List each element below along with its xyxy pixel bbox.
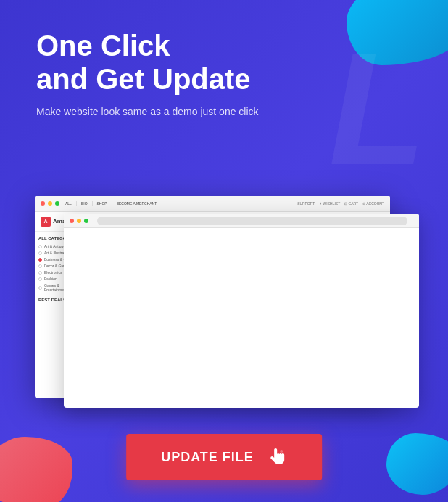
window-dot-red-main: [41, 201, 45, 206]
nav-all: ALL: [65, 201, 72, 206]
update-button-container: UPDATE FILE: [126, 434, 322, 480]
nav-bio: BIO: [81, 201, 88, 206]
header-account: ⊙ ACCOUNT: [362, 201, 384, 206]
update-file-button[interactable]: UPDATE FILE: [126, 434, 322, 480]
update-file-label: UPDATE FILE: [161, 450, 254, 465]
header-wishlist: ✦ WISHLIST: [319, 201, 340, 206]
cat-dot: [38, 286, 42, 290]
cat-name: Fashion: [44, 277, 57, 281]
cat-dot: [38, 277, 42, 281]
page-title: One Clickand Get Update: [36, 29, 259, 96]
cat-dot-active: [38, 258, 42, 262]
logo-letter: A: [43, 219, 47, 224]
browser-window-secondary: [64, 214, 419, 408]
nav-shop: SHOP: [97, 201, 107, 206]
nav-merchant: BECOME A MERCHANT: [117, 201, 157, 206]
cat-dot: [38, 264, 42, 268]
window-dot-green: [84, 219, 88, 223]
screenshot-mockup: ALL BIO SHOP BECOME A MERCHANT SUPPORT ✦…: [35, 196, 419, 420]
window-dot-yellow: [77, 219, 81, 223]
decorative-blob-bottom-left: [0, 437, 72, 502]
window-dot-red: [70, 219, 74, 223]
logo-icon: A: [41, 217, 51, 227]
header-links: SUPPORT ✦ WISHLIST ⊡ CART ⊙ ACCOUNT: [297, 201, 384, 206]
header-support: SUPPORT: [297, 201, 315, 206]
page-background: L One Clickand Get Update Make website l…: [0, 0, 448, 502]
nav-divider-3: [112, 201, 112, 206]
browser-topbar-secondary: [64, 214, 419, 228]
header-cart: ⊡ CART: [344, 201, 358, 206]
cat-name: Electronics: [44, 270, 62, 275]
header-section: One Clickand Get Update Make website loo…: [36, 29, 259, 117]
cat-dot: [38, 245, 42, 248]
decorative-blob-bottom-right: [386, 433, 448, 495]
nav-divider: [76, 201, 77, 206]
svg-point-44: [280, 450, 283, 453]
window-dot-green-main: [55, 201, 59, 206]
nav-divider-2: [92, 201, 93, 206]
browser-topbar-main: ALL BIO SHOP BECOME A MERCHANT SUPPORT ✦…: [35, 196, 390, 212]
page-subtitle: Make website look same as a demo just on…: [36, 106, 259, 117]
cat-dot: [38, 271, 42, 275]
cat-dot: [38, 251, 42, 255]
hand-cursor-icon: [264, 445, 287, 469]
address-bar-secondary: [97, 217, 407, 225]
decorative-blob-top-right: [347, 0, 448, 65]
window-dot-yellow-main: [48, 201, 52, 206]
